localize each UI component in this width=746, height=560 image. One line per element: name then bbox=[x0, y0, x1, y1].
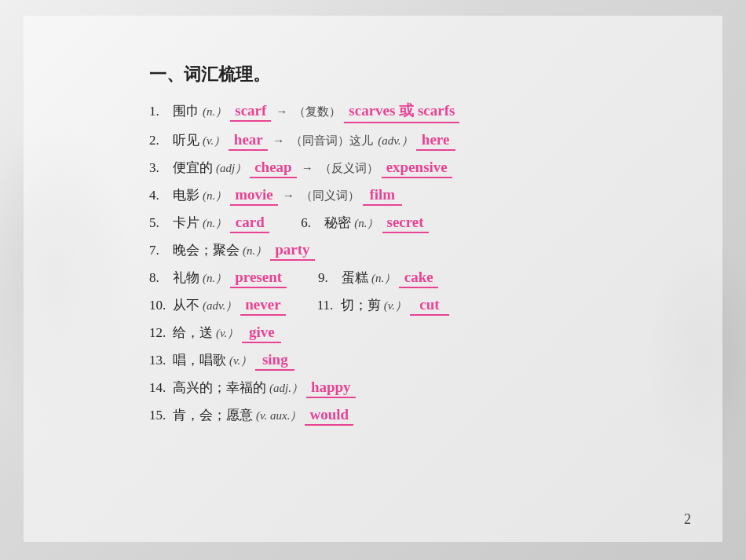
item-inline: 10. 从不 (adv.） never bbox=[149, 296, 286, 316]
item-pos: (adj） bbox=[216, 161, 247, 176]
item-number: 12. bbox=[149, 325, 171, 341]
item-pos: (v.） bbox=[384, 298, 407, 313]
item-answer: cut bbox=[410, 296, 449, 316]
item-answer: present bbox=[230, 269, 287, 288]
item-pos: (n.） bbox=[203, 188, 227, 203]
item-number: 8. bbox=[149, 270, 171, 286]
item-answer: party bbox=[270, 241, 314, 261]
item-label: （复数） bbox=[294, 104, 341, 119]
item-pos: (v.） bbox=[216, 326, 239, 341]
item-inline: 6. 秘密 (n.） secret bbox=[301, 214, 428, 233]
item-answer: hear bbox=[229, 131, 268, 151]
item-inline: 8. 礼物 (n.） present bbox=[149, 269, 287, 288]
list-item: 3. 便宜的 (adj） cheap → （反义词） expensive bbox=[149, 159, 660, 178]
arrow-icon: → bbox=[302, 162, 313, 175]
item-label: （同义词） bbox=[301, 188, 360, 203]
item-pair: 5. 卡片 (n.） card 6. 秘密 (n.） secret bbox=[149, 214, 429, 233]
item-number: 2. bbox=[149, 133, 171, 148]
item-number: 9. bbox=[318, 270, 340, 286]
item-number: 15. bbox=[149, 408, 171, 423]
arrow-icon: → bbox=[283, 189, 294, 203]
list-item: 13. 唱，唱歌 (v.） sing bbox=[149, 351, 660, 371]
item-number: 6. bbox=[301, 215, 323, 231]
section-title: 一、词汇梳理。 bbox=[149, 63, 660, 86]
arrow-icon: → bbox=[272, 134, 284, 148]
list-item: 2. 听见 (v.） hear → （同音词）这儿 (adv.） here bbox=[149, 131, 660, 151]
item-answer2: film bbox=[363, 186, 402, 206]
item-label: （反义词） bbox=[320, 161, 378, 176]
item-number: 3. bbox=[149, 160, 171, 176]
item-pos2: (adv.） bbox=[378, 134, 412, 148]
item-chinese: 礼物 bbox=[173, 269, 199, 287]
list-item: 12. 给，送 (v.） give bbox=[149, 324, 660, 343]
vocab-list: 1. 围巾 (n.） scarf → （复数） scarves 或 scarfs… bbox=[149, 101, 660, 426]
item-pos: (n.） bbox=[371, 271, 396, 286]
item-chinese: 卡片 bbox=[173, 214, 199, 232]
item-pos: (n.） bbox=[243, 243, 267, 258]
item-pos: (adj.） bbox=[269, 381, 303, 396]
item-pos: (adv.） bbox=[203, 298, 237, 313]
item-answer: never bbox=[240, 296, 285, 316]
list-item: 15. 肯，会；愿意 (v. aux.） would bbox=[149, 406, 660, 426]
main-content: 一、词汇梳理。 1. 围巾 (n.） scarf → （复数） scarves … bbox=[24, 16, 722, 542]
item-chinese: 围巾 bbox=[173, 102, 199, 120]
item-chinese: 晚会；聚会 bbox=[173, 241, 240, 259]
item-answer2: here bbox=[416, 131, 455, 151]
item-answer: movie bbox=[230, 186, 278, 206]
item-pos: (n.） bbox=[354, 216, 378, 231]
item-chinese: 肯，会；愿意 bbox=[173, 406, 253, 424]
item-answer: sing bbox=[255, 351, 294, 371]
item-chinese: 给，送 bbox=[173, 324, 213, 342]
item-number: 4. bbox=[149, 188, 171, 203]
item-chinese: 蛋糕 bbox=[342, 269, 368, 287]
item-number: 10. bbox=[149, 298, 171, 313]
item-chinese: 切；剪 bbox=[341, 296, 381, 314]
item-chinese: 高兴的；幸福的 bbox=[173, 379, 266, 397]
list-item: 4. 电影 (n.） movie → （同义词） film bbox=[149, 186, 660, 206]
item-answer: cake bbox=[399, 269, 438, 288]
item-number: 7. bbox=[149, 243, 171, 258]
item-inline: 9. 蛋糕 (n.） cake bbox=[318, 269, 438, 288]
item-chinese: 唱，唱歌 bbox=[173, 351, 226, 369]
list-item: 1. 围巾 (n.） scarf → （复数） scarves 或 scarfs bbox=[149, 101, 660, 123]
list-item: 10. 从不 (adv.） never 11. 切；剪 (v.） cut bbox=[149, 296, 660, 316]
item-answer2: expensive bbox=[382, 159, 452, 178]
item-pos: (v.） bbox=[229, 353, 252, 368]
page-number: 2 bbox=[684, 511, 691, 528]
list-item: 14. 高兴的；幸福的 (adj.） happy bbox=[149, 379, 660, 398]
list-item: 7. 晚会；聚会 (n.） party bbox=[149, 241, 660, 261]
item-answer: give bbox=[242, 324, 281, 343]
item-chinese: 听见 bbox=[173, 131, 199, 149]
item-chinese: 便宜的 bbox=[173, 159, 213, 177]
item-answer: cheap bbox=[250, 159, 297, 178]
item-label: （同音词）这儿 bbox=[291, 134, 373, 148]
item-answer: would bbox=[305, 406, 353, 426]
item-number: 1. bbox=[149, 104, 171, 119]
item-number: 11. bbox=[317, 298, 339, 313]
item-pos: (n.） bbox=[203, 104, 227, 119]
item-pos: (v. aux.） bbox=[256, 408, 302, 423]
item-chinese: 从不 bbox=[173, 296, 199, 314]
item-chinese: 秘密 bbox=[324, 214, 351, 232]
item-number: 5. bbox=[149, 215, 171, 231]
item-inline: 11. 切；剪 (v.） cut bbox=[317, 296, 449, 316]
item-pair: 8. 礼物 (n.） present 9. 蛋糕 (n.） cake bbox=[149, 269, 438, 288]
item-chinese: 电影 bbox=[173, 186, 199, 204]
item-answer: happy bbox=[306, 379, 356, 398]
item-answer: secret bbox=[382, 214, 429, 233]
arrow-icon: → bbox=[276, 105, 287, 119]
list-item: 8. 礼物 (n.） present 9. 蛋糕 (n.） cake bbox=[149, 269, 660, 288]
item-answer: card bbox=[230, 214, 269, 233]
item-answer: scarf bbox=[230, 102, 271, 122]
item-answer2: scarves 或 scarfs bbox=[344, 101, 459, 123]
item-pos: (n.） bbox=[203, 271, 227, 286]
item-number: 13. bbox=[149, 353, 171, 368]
item-inline: 5. 卡片 (n.） card bbox=[149, 214, 269, 233]
item-pos: (v.） bbox=[203, 134, 225, 148]
list-item: 5. 卡片 (n.） card 6. 秘密 (n.） secret bbox=[149, 214, 660, 233]
item-number: 14. bbox=[149, 380, 171, 396]
item-pos: (n.） bbox=[203, 216, 227, 231]
item-pair: 10. 从不 (adv.） never 11. 切；剪 (v.） cut bbox=[149, 296, 449, 316]
